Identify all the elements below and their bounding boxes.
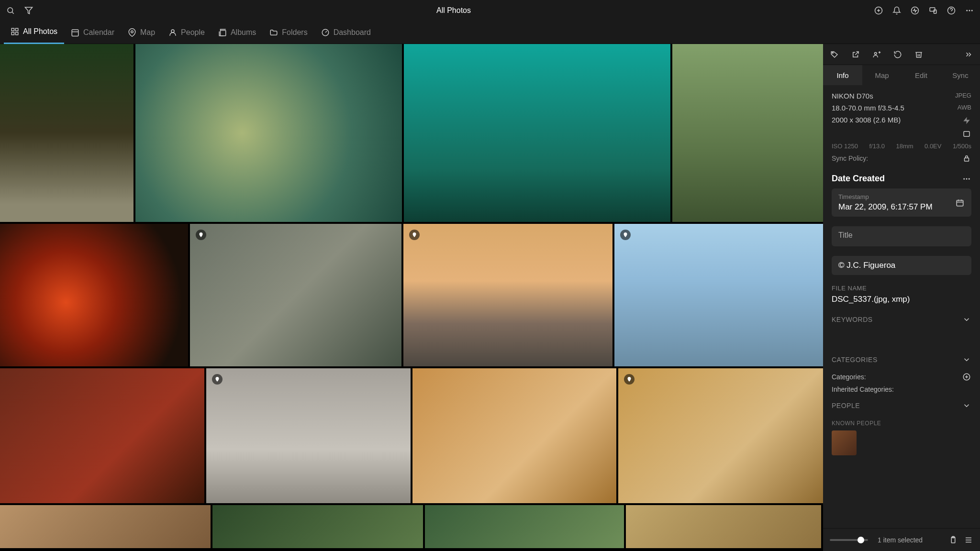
tab-map[interactable]: Map [121, 22, 162, 44]
tab-all-photos[interactable]: All Photos [4, 21, 64, 44]
aperture: f/13.0 [869, 143, 885, 150]
svg-point-34 [969, 178, 970, 179]
lock-icon[interactable] [962, 154, 971, 163]
photo-grid[interactable] [0, 44, 823, 551]
grid-icon [11, 27, 19, 36]
info-panel: Info Map Edit Sync NIKON D70sJPEG 18.0-7… [823, 44, 980, 551]
panel-tab-map[interactable]: Map [862, 65, 902, 85]
tab-dashboard[interactable]: Dashboard [314, 22, 378, 44]
photo-thumb[interactable] [206, 368, 411, 503]
activity-icon[interactable] [910, 6, 920, 15]
filter-icon[interactable] [24, 6, 33, 15]
timestamp-field[interactable]: Timestamp Mar 22, 2009, 6:17:57 PM [832, 188, 971, 217]
help-icon[interactable] [947, 6, 956, 15]
photo-thumb[interactable] [190, 224, 401, 366]
sync-policy-label: Sync Policy: [832, 154, 868, 162]
photo-thumb[interactable] [614, 224, 823, 366]
copyright-field[interactable]: © J.C. Figueroa [832, 256, 971, 275]
filename-field: FILE NAME DSC_5337.(jpg, xmp) [832, 285, 971, 304]
panel-tab-edit[interactable]: Edit [902, 65, 941, 85]
flash-icon [962, 116, 971, 125]
exposure-bias: 0.0EV [924, 143, 941, 150]
svg-point-33 [966, 178, 968, 179]
svg-point-32 [963, 178, 965, 179]
photo-thumb[interactable] [0, 44, 134, 222]
top-bar: All Photos [0, 0, 980, 21]
more-icon[interactable] [962, 174, 971, 184]
focal-length: 18mm [896, 143, 913, 150]
raw-icon[interactable] [962, 129, 971, 139]
calendar-icon [71, 28, 79, 37]
svg-point-12 [969, 10, 970, 11]
title-field[interactable]: Title [832, 226, 971, 246]
photo-thumb[interactable] [626, 505, 821, 548]
bell-icon[interactable] [892, 6, 902, 15]
photo-thumb[interactable] [0, 368, 204, 503]
selection-count: 1 item selected [878, 536, 923, 544]
svg-rect-16 [11, 33, 14, 35]
geo-pin-icon [196, 230, 206, 240]
svg-point-21 [171, 30, 174, 33]
photo-thumb[interactable] [212, 505, 423, 548]
rotate-icon[interactable] [893, 50, 902, 59]
photo-thumb[interactable] [618, 368, 823, 503]
tab-calendar[interactable]: Calendar [64, 22, 121, 44]
svg-point-24 [832, 52, 833, 53]
chevron-down-icon [962, 355, 971, 364]
photo-thumb[interactable] [425, 505, 624, 548]
white-balance: AWB [958, 104, 971, 112]
svg-rect-22 [220, 30, 225, 35]
known-people-label: KNOWN PEOPLE [832, 420, 971, 427]
share-people-icon[interactable] [872, 50, 881, 59]
devices-icon[interactable] [928, 6, 938, 15]
search-icon[interactable] [6, 6, 15, 15]
calendar-icon[interactable] [955, 198, 965, 208]
open-external-icon[interactable] [851, 50, 860, 59]
photo-thumb[interactable] [0, 505, 211, 548]
svg-rect-17 [16, 33, 18, 35]
person-avatar[interactable] [832, 430, 857, 455]
dimensions: 2000 x 3008 (2.6 MB) [832, 116, 901, 125]
add-category-icon[interactable] [962, 372, 971, 382]
geo-pin-icon [212, 374, 223, 385]
tab-folders[interactable]: Folders [263, 22, 314, 44]
photo-thumb[interactable] [135, 44, 402, 222]
folder-icon [269, 28, 278, 37]
panel-tab-info[interactable]: Info [823, 65, 862, 85]
shutter-speed: 1/500s [953, 143, 971, 150]
categories-label: Categories: [832, 373, 866, 381]
geo-pin-icon [624, 374, 635, 385]
svg-rect-14 [11, 28, 14, 31]
page-title: All Photos [33, 6, 874, 15]
file-format: JPEG [955, 92, 971, 100]
photo-thumb[interactable] [0, 224, 188, 366]
svg-rect-30 [964, 132, 969, 137]
tag-icon[interactable] [830, 50, 839, 59]
more-icon[interactable] [965, 6, 974, 15]
svg-point-0 [8, 8, 13, 13]
lens: 18.0-70.0 mm f/3.5-4.5 [832, 104, 904, 112]
svg-marker-2 [25, 7, 33, 14]
tab-people[interactable]: People [162, 22, 212, 44]
trash-icon[interactable] [914, 50, 924, 59]
svg-rect-15 [16, 28, 18, 31]
nav-tabs: All Photos Calendar Map People Albums Fo… [0, 21, 980, 44]
panel-tab-sync[interactable]: Sync [941, 65, 980, 85]
chevron-down-icon [962, 315, 971, 324]
collapse-panel-icon[interactable] [964, 50, 973, 59]
tab-albums[interactable]: Albums [212, 22, 263, 44]
photo-thumb[interactable] [403, 224, 612, 366]
add-icon[interactable] [874, 6, 883, 15]
photo-thumb[interactable] [412, 368, 616, 503]
gauge-icon [321, 28, 330, 37]
people-section[interactable]: PEOPLE [823, 395, 980, 416]
photo-thumb[interactable] [672, 44, 823, 222]
list-view-icon[interactable] [964, 535, 973, 545]
clipboard-icon[interactable] [948, 535, 958, 545]
svg-rect-18 [72, 30, 78, 36]
photo-thumb[interactable] [404, 44, 670, 222]
keywords-section[interactable]: KEYWORDS [823, 309, 980, 330]
categories-section[interactable]: CATEGORIES [823, 349, 980, 370]
thumbnail-size-slider[interactable] [830, 539, 868, 541]
svg-marker-29 [963, 117, 970, 124]
